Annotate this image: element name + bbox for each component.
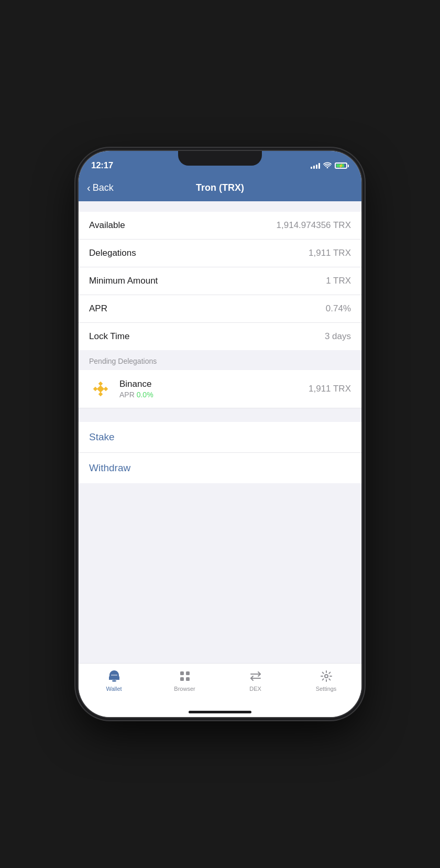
apr-text: APR: [119, 390, 135, 399]
wallet-tab-icon: [107, 669, 122, 683]
svg-rect-10: [186, 677, 190, 681]
withdraw-button[interactable]: Withdraw: [79, 453, 361, 483]
tab-dex[interactable]: DEX: [220, 669, 291, 692]
browser-tab-icon: [178, 669, 192, 683]
tab-bar: Wallet Browser: [79, 663, 361, 707]
minimum-amount-label: Minimum Amount: [89, 276, 158, 286]
status-icons: ⚡: [311, 162, 349, 170]
delegations-label: Delegations: [89, 248, 136, 258]
minimum-amount-value: 1 TRX: [326, 276, 351, 286]
battery-icon: ⚡: [335, 162, 349, 169]
back-label: Back: [93, 182, 114, 193]
top-spacer: [79, 201, 361, 212]
apr-row: APR 0.74%: [79, 295, 361, 323]
delegations-value: 1,911 TRX: [309, 248, 351, 258]
delegation-item-binance[interactable]: Binance APR 0.0% 1,911 TRX: [79, 370, 361, 408]
minimum-amount-row: Minimum Amount 1 TRX: [79, 267, 361, 295]
delegation-info: Binance APR 0.0%: [119, 379, 309, 399]
pending-delegations-header: Pending Delegations: [79, 350, 361, 370]
home-indicator: [79, 707, 361, 717]
dex-tab-icon: [248, 669, 263, 683]
svg-point-13: [325, 675, 328, 678]
wifi-icon: [323, 162, 332, 170]
info-section: Available 1,914.974356 TRX Delegations 1…: [79, 212, 361, 350]
delegations-row: Delegations 1,911 TRX: [79, 240, 361, 267]
delegation-name: Binance: [119, 379, 309, 389]
mid-spacer: [79, 408, 361, 417]
back-button[interactable]: ‹ Back: [87, 182, 114, 193]
svg-rect-8: [186, 671, 190, 675]
withdraw-label: Withdraw: [89, 462, 130, 473]
settings-tab-icon: [319, 669, 334, 683]
apr-label: APR: [89, 303, 107, 314]
settings-tab-label: Settings: [316, 686, 337, 692]
fill-space: [79, 483, 361, 663]
lock-time-row: Lock Time 3 days: [79, 323, 361, 350]
delegation-amount: 1,911 TRX: [309, 384, 351, 394]
tab-settings[interactable]: Settings: [291, 669, 361, 692]
svg-point-6: [112, 680, 116, 682]
stake-button[interactable]: Stake: [79, 422, 361, 453]
wallet-tab-label: Wallet: [106, 686, 122, 692]
home-bar: [189, 711, 251, 713]
screen: 12:17 ⚡: [79, 151, 361, 717]
dex-tab-label: DEX: [249, 686, 261, 692]
status-time: 12:17: [91, 160, 113, 171]
notch: [178, 151, 262, 166]
phone-frame: 12:17 ⚡: [79, 151, 361, 717]
delegation-apr: APR 0.0%: [119, 390, 309, 399]
available-row: Available 1,914.974356 TRX: [79, 212, 361, 240]
svg-rect-9: [180, 677, 184, 681]
available-label: Available: [89, 220, 125, 231]
apr-percent: 0.0%: [137, 390, 153, 399]
svg-rect-7: [180, 671, 184, 675]
action-section: Stake Withdraw: [79, 422, 361, 483]
nav-bar: ‹ Back Tron (TRX): [79, 174, 361, 201]
available-value: 1,914.974356 TRX: [277, 220, 351, 231]
stake-label: Stake: [89, 431, 115, 442]
binance-logo-icon: [89, 377, 112, 400]
page-title: Tron (TRX): [196, 182, 244, 193]
lock-time-label: Lock Time: [89, 331, 129, 342]
back-chevron-icon: ‹: [87, 182, 91, 193]
pending-delegations-title: Pending Delegations: [89, 357, 157, 365]
tab-browser[interactable]: Browser: [149, 669, 220, 692]
lock-time-value: 3 days: [325, 331, 351, 342]
main-content: Available 1,914.974356 TRX Delegations 1…: [79, 201, 361, 663]
tab-wallet[interactable]: Wallet: [79, 669, 149, 692]
browser-tab-label: Browser: [174, 686, 195, 692]
signal-icon: [311, 162, 320, 169]
apr-value: 0.74%: [326, 303, 351, 314]
